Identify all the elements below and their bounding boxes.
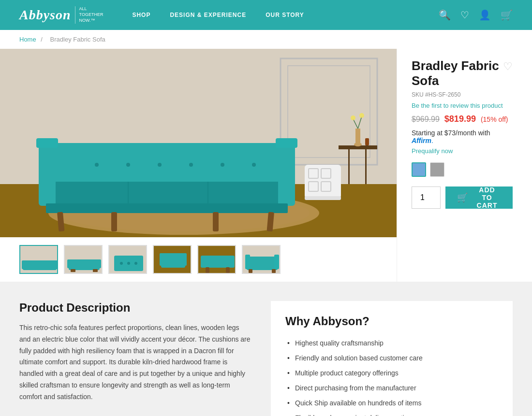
main-product-image xyxy=(0,49,397,237)
wishlist-icon[interactable]: ♡ xyxy=(460,9,469,21)
svg-rect-28 xyxy=(278,143,295,206)
svg-point-12 xyxy=(359,113,364,118)
svg-rect-68 xyxy=(249,269,252,273)
affirm-text: Starting at $73/month with xyxy=(412,129,490,137)
why-item-3: Multiple product category offerings xyxy=(285,366,498,381)
color-swatch-blue[interactable] xyxy=(412,162,426,177)
svg-rect-16 xyxy=(48,143,285,186)
original-price: $969.99 xyxy=(412,115,440,124)
svg-rect-40 xyxy=(305,196,341,200)
svg-rect-46 xyxy=(69,259,100,270)
svg-rect-67 xyxy=(274,255,279,269)
logo[interactable]: Abbyson alltogethernow.™ xyxy=(19,6,103,23)
review-link[interactable]: Be the first to review this product xyxy=(412,102,513,109)
svg-rect-43 xyxy=(22,260,26,269)
svg-point-11 xyxy=(351,115,355,120)
why-item-4: Direct purchasing from the manufacturer xyxy=(285,381,498,396)
svg-rect-49 xyxy=(71,269,75,272)
logo-tagline: alltogethernow.™ xyxy=(75,6,103,23)
thumbnail-5[interactable] xyxy=(197,245,236,274)
svg-rect-30 xyxy=(46,203,288,213)
why-item-6: Flexible and convenient delivery options xyxy=(285,411,498,416)
thumbnail-1[interactable] xyxy=(19,245,58,274)
wishlist-heart-icon[interactable]: ♡ xyxy=(503,60,513,73)
price-row: $969.99 $819.99 (15% off) xyxy=(412,114,513,124)
breadcrumb-current: Bradley Fabric Sofa xyxy=(50,36,105,43)
breadcrumb: Home / Bradley Fabric Sofa xyxy=(0,30,532,49)
svg-rect-29 xyxy=(276,138,297,148)
svg-rect-33 xyxy=(213,212,219,231)
svg-point-22 xyxy=(252,163,256,167)
header-icons: 🔍 ♡ 👤 🛒 xyxy=(439,9,513,21)
svg-rect-57 xyxy=(161,253,185,268)
svg-rect-59 xyxy=(183,253,187,266)
svg-rect-58 xyxy=(160,253,163,266)
color-swatches xyxy=(412,162,513,177)
svg-point-19 xyxy=(158,163,162,167)
product-title: Bradley Fabric Sofa xyxy=(412,58,503,88)
svg-rect-65 xyxy=(247,257,278,270)
affirm-row: Starting at $73/month with Affirm. xyxy=(412,129,513,144)
cart-button-icon: 🛒 xyxy=(457,192,468,203)
prequalify-link[interactable]: Prequalify now xyxy=(412,147,513,155)
breadcrumb-home[interactable]: Home xyxy=(19,36,36,43)
thumbnail-4[interactable] xyxy=(153,245,192,274)
svg-point-18 xyxy=(126,163,130,167)
svg-rect-61 xyxy=(201,256,235,268)
svg-rect-44 xyxy=(54,260,58,269)
main-nav: SHOP DESIGN & EXPERIENCE OUR STORY xyxy=(132,12,439,18)
product-info: Bradley Fabric Sofa ♡ SKU #HS-SF-2650 Be… xyxy=(397,49,513,282)
svg-point-53 xyxy=(120,262,123,265)
svg-point-54 xyxy=(127,262,130,265)
why-item-2: Friendly and solution based customer car… xyxy=(285,351,498,366)
why-abbyson-box: Why Abbyson? Highest quality craftsmansh… xyxy=(271,301,513,416)
thumbnail-2[interactable] xyxy=(64,245,103,274)
site-header: Abbyson alltogethernow.™ SHOP DESIGN & E… xyxy=(0,0,532,30)
logo-text: Abbyson xyxy=(19,7,71,23)
bottom-section: Product Description This retro-chic sofa… xyxy=(0,282,532,416)
svg-rect-32 xyxy=(111,212,117,231)
why-abbyson-list: Highest quality craftsmanship Friendly a… xyxy=(285,336,498,416)
nav-design[interactable]: DESIGN & EXPERIENCE xyxy=(170,12,246,18)
cart-icon[interactable]: 🛒 xyxy=(501,9,513,21)
cart-row: 🛒 ADD TO CART xyxy=(412,186,513,209)
affirm-brand: Affirm xyxy=(412,137,431,144)
thumbnail-3[interactable] xyxy=(108,245,147,274)
svg-point-55 xyxy=(134,262,137,265)
svg-rect-8 xyxy=(355,129,360,144)
search-icon[interactable]: 🔍 xyxy=(439,9,451,21)
svg-rect-27 xyxy=(36,138,58,148)
color-swatch-gray[interactable] xyxy=(430,162,444,177)
product-sku: SKU #HS-SF-2650 xyxy=(412,91,513,98)
thumbnail-strip xyxy=(0,237,397,282)
thumbnail-6[interactable] xyxy=(242,245,281,274)
nav-our-story[interactable]: OUR STORY xyxy=(266,12,304,18)
nav-shop[interactable]: SHOP xyxy=(132,12,150,18)
svg-rect-62 xyxy=(206,267,209,273)
svg-rect-48 xyxy=(96,259,101,268)
product-desc-text: This retro-chic sofa features perfect pr… xyxy=(19,322,251,403)
svg-rect-47 xyxy=(67,259,72,268)
account-icon[interactable]: 👤 xyxy=(479,9,491,21)
sale-price: $819.99 xyxy=(444,114,476,124)
svg-rect-6 xyxy=(365,149,367,184)
svg-rect-50 xyxy=(93,269,98,272)
product-title-row: Bradley Fabric Sofa ♡ xyxy=(412,58,513,88)
product-section: Bradley Fabric Sofa ♡ SKU #HS-SF-2650 Be… xyxy=(0,49,532,282)
affirm-dot: . xyxy=(431,137,433,144)
svg-rect-23 xyxy=(46,182,288,206)
product-description: Product Description This retro-chic sofa… xyxy=(19,301,251,416)
svg-point-21 xyxy=(221,163,224,167)
svg-rect-26 xyxy=(39,143,56,206)
why-item-1: Highest quality craftsmanship xyxy=(285,336,498,351)
breadcrumb-separator: / xyxy=(41,36,43,43)
svg-rect-63 xyxy=(226,267,230,273)
svg-rect-69 xyxy=(272,269,276,273)
svg-rect-42 xyxy=(23,260,57,270)
quantity-input[interactable] xyxy=(412,186,441,209)
why-abbyson-heading: Why Abbyson? xyxy=(285,315,498,328)
add-to-cart-button[interactable]: 🛒 ADD TO CART xyxy=(445,186,513,209)
product-images xyxy=(0,49,397,282)
svg-rect-13 xyxy=(365,138,369,145)
discount-badge: (15% off) xyxy=(481,115,508,123)
